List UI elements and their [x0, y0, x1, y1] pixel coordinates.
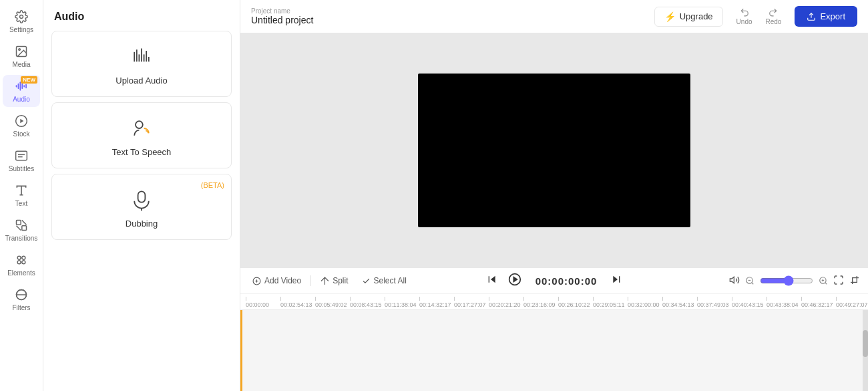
ruler-mark-13: 00:37:49:03	[697, 297, 732, 308]
undo-redo-group: Undo Redo	[731, 5, 787, 28]
svg-marker-41	[491, 276, 495, 283]
sidebar-item-label-text: Text	[15, 200, 27, 207]
sidebar: Settings Media NEW Audio	[0, 0, 43, 391]
svg-marker-44	[513, 277, 517, 281]
scrollbar-track[interactable]	[863, 310, 868, 391]
timeline-area: Add Video Split Select All	[240, 267, 868, 391]
redo-label: Redo	[766, 18, 782, 25]
ruler-mark-10: 00:29:05:11	[593, 297, 628, 308]
upload-audio-card[interactable]: Upload Audio	[51, 31, 232, 97]
sidebar-item-transitions[interactable]: Transitions	[3, 214, 40, 246]
ruler-mark-11: 00:32:00:00	[628, 297, 662, 308]
rewind-button[interactable]	[484, 271, 500, 290]
preview-area	[240, 33, 868, 267]
sidebar-item-stock[interactable]: Stock	[3, 110, 40, 142]
fit-button[interactable]	[833, 275, 844, 287]
sidebar-item-label-media: Media	[12, 61, 30, 68]
sidebar-item-label-filters: Filters	[12, 304, 30, 311]
ruler-mark-8: 00:23:16:09	[523, 297, 558, 308]
timecode: 00:00:00:00	[529, 275, 603, 287]
audio-panel: Audio Upload Audio Text To Speech (BETA)	[43, 0, 240, 391]
topbar: Project name Untitled project ⚡ Upgrade …	[240, 0, 868, 33]
sidebar-item-settings[interactable]: Settings	[3, 5, 40, 37]
crop-button[interactable]	[849, 275, 860, 287]
svg-rect-4	[18, 84, 19, 89]
svg-point-0	[20, 15, 23, 19]
scrollbar-thumb[interactable]	[863, 330, 868, 357]
svg-point-20	[17, 256, 21, 259]
undo-button[interactable]: Undo	[731, 5, 758, 28]
sidebar-item-elements[interactable]: Elements	[3, 249, 40, 281]
svg-rect-8	[25, 84, 27, 89]
toolbar-divider-1	[310, 275, 311, 286]
settings-icon	[14, 9, 29, 24]
export-label: Export	[820, 11, 845, 21]
svg-rect-7	[23, 85, 25, 87]
elements-icon	[14, 253, 29, 267]
ruler-mark-2: 00:05:49:02	[315, 297, 350, 308]
add-video-label: Add Video	[264, 276, 301, 285]
sidebar-item-label-elements: Elements	[7, 269, 35, 277]
sidebar-item-label-settings: Settings	[9, 26, 33, 33]
svg-rect-17	[22, 226, 27, 231]
dubbing-card[interactable]: (BETA) Dubbing	[51, 174, 232, 240]
stock-icon	[14, 114, 29, 128]
split-button[interactable]: Split	[316, 273, 352, 288]
svg-point-21	[22, 256, 25, 259]
sidebar-item-label-subtitles: Subtitles	[9, 165, 34, 172]
subtitles-icon	[14, 148, 29, 163]
timeline-ruler: 00:00:00 00:02:54:13 00:05:49:02 00:08:4…	[240, 294, 868, 310]
media-icon	[14, 44, 29, 59]
export-button[interactable]: Export	[795, 6, 857, 27]
sidebar-item-subtitles[interactable]: Subtitles	[3, 144, 40, 176]
ruler-mark-3: 00:08:43:15	[350, 297, 385, 308]
zoom-in-icon	[819, 276, 828, 285]
audio-panel-title: Audio	[43, 0, 240, 31]
text-to-speech-card[interactable]: Text To Speech	[51, 102, 232, 168]
redo-button[interactable]: Redo	[761, 5, 787, 28]
project-name-label: Project name	[251, 7, 313, 15]
svg-line-18	[17, 226, 21, 231]
svg-point-33	[136, 121, 143, 128]
sidebar-item-text[interactable]: Text	[3, 179, 40, 211]
volume-button[interactable]	[729, 275, 740, 287]
transitions-icon	[14, 218, 29, 233]
lightning-icon: ⚡	[664, 11, 676, 22]
dubbing-icon	[130, 188, 154, 212]
fast-forward-button[interactable]	[608, 271, 624, 290]
toolbar-left: Add Video Split Select All	[248, 273, 411, 288]
ruler-mark-1: 00:02:54:13	[280, 297, 315, 308]
ruler-mark-12: 00:34:54:13	[662, 297, 697, 308]
svg-marker-10	[20, 119, 23, 124]
undo-label: Undo	[736, 18, 752, 25]
toolbar-right	[729, 275, 860, 287]
sidebar-item-media[interactable]: Media	[3, 40, 40, 72]
sidebar-item-filters[interactable]: Filters	[3, 283, 40, 315]
beta-badge: (BETA)	[201, 181, 224, 189]
select-all-label: Select All	[374, 276, 407, 285]
svg-marker-45	[613, 276, 618, 283]
play-button[interactable]	[505, 270, 524, 292]
zoom-out-icon	[745, 276, 754, 285]
svg-rect-11	[16, 151, 27, 160]
project-name: Untitled project	[251, 15, 313, 25]
svg-point-23	[22, 261, 25, 264]
svg-line-49	[752, 283, 754, 285]
ruler-mark-15: 00:43:38:04	[767, 297, 801, 308]
audio-cards: Upload Audio Text To Speech (BETA) Dubbi…	[43, 31, 240, 240]
upgrade-button[interactable]: ⚡ Upgrade	[654, 7, 723, 27]
text-icon	[14, 183, 29, 198]
ruler-mark-7: 00:20:21:20	[489, 297, 523, 308]
upload-audio-label: Upload Audio	[116, 76, 167, 86]
svg-rect-6	[21, 84, 23, 89]
upgrade-label: Upgrade	[680, 11, 713, 21]
tracks-container	[240, 310, 868, 391]
zoom-slider[interactable]	[760, 275, 813, 286]
select-all-button[interactable]: Select All	[358, 273, 411, 288]
add-video-button[interactable]: Add Video	[248, 273, 305, 288]
ruler-marks: 00:00:00 00:02:54:13 00:05:49:02 00:08:4…	[240, 297, 868, 308]
svg-point-22	[17, 261, 21, 264]
tts-label: Text To Speech	[112, 147, 172, 157]
sidebar-item-audio[interactable]: NEW Audio	[3, 75, 40, 107]
svg-line-52	[825, 283, 827, 285]
